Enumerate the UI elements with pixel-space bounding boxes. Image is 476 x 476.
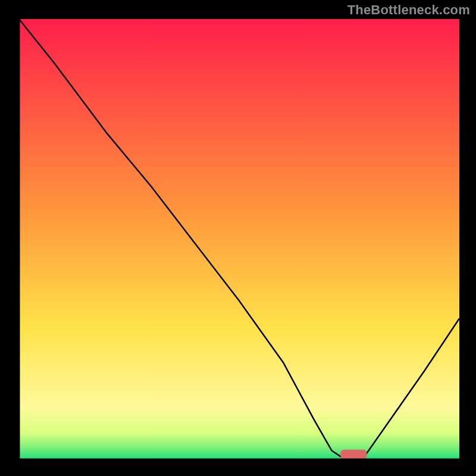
optimum-marker (340, 450, 367, 459)
plot-background (19, 19, 459, 459)
bottleneck-chart (0, 0, 476, 476)
chart-frame: { "watermark": "TheBottleneck.com", "col… (0, 0, 476, 476)
